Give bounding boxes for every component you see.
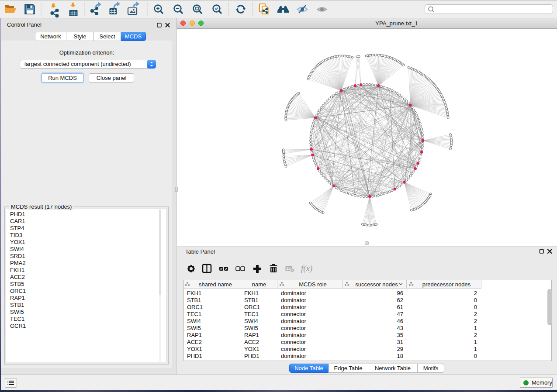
svg-text:f(x): f(x): [301, 264, 312, 273]
